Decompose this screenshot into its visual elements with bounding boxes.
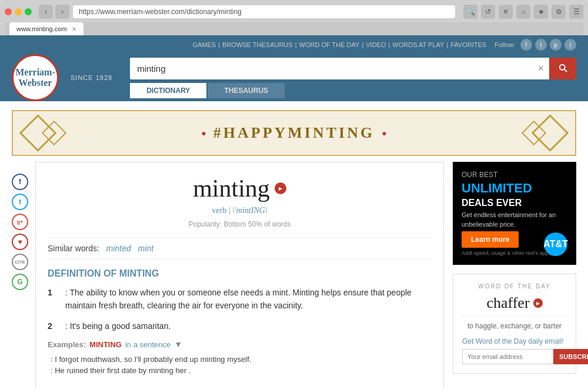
definition-item-2: 2 : It's being a good samaritan. — [48, 320, 432, 333]
def-text-2: : It's being a good samaritan. — [65, 320, 432, 333]
address-bar[interactable]: https://www.merriam-webster.com/dictiona… — [73, 5, 455, 18]
right-sidebar: OUR BEST UNLIMITED DEALS EVER Get endles… — [453, 162, 576, 389]
tab-label: www.minting.com — [16, 25, 67, 32]
home-button[interactable]: ⌂ — [516, 5, 530, 19]
nav-games[interactable]: GAMES — [192, 41, 216, 48]
tab-close-button[interactable]: ✕ — [72, 26, 76, 32]
chevron-down-icon: ▼ — [174, 340, 182, 349]
main-layout: f t g+ ♥ CITE G minting verb | — [0, 162, 588, 389]
def-number-2: 2 — [48, 320, 56, 333]
wotd-word: chaffer — [462, 294, 567, 312]
nav-wotd[interactable]: WORD OF THE DAY — [299, 41, 360, 48]
word-of-the-day-box: WORD OF THE DAY chaffer to haggle, excha… — [453, 274, 576, 374]
menu-button[interactable]: ☰ — [569, 5, 583, 19]
wotd-audio-button[interactable] — [533, 298, 543, 308]
example-sentence-2: : He ruined their first date by minting … — [48, 366, 432, 375]
def-title-text: Definition of — [48, 268, 116, 278]
examples-section: Examples: MINTING in a sentence ▼ : I fo… — [48, 340, 432, 375]
subscribe-button[interactable]: SUBSCRIBE — [553, 349, 588, 364]
similar-words-section: Similar words: minted mint — [48, 237, 432, 260]
similar-word-minted[interactable]: minted — [106, 244, 131, 253]
back-button[interactable]: ‹ — [39, 5, 53, 19]
wotd-definition: to haggle, exchange, or barter — [462, 315, 567, 330]
pronunciation: \'mintING\ — [232, 206, 268, 215]
definition-list: 1 : The ability to know when you or some… — [48, 286, 432, 333]
examples-link[interactable]: in a sentence — [125, 340, 171, 349]
settings-button[interactable]: ⚙ — [552, 5, 566, 19]
top-navigation: GAMES | BROWSE THESAURUS | WORD OF THE D… — [12, 39, 576, 51]
close-button[interactable]: ✕ — [499, 5, 513, 19]
wotd-email-prompt: Get Word of the Day daily email! — [462, 337, 567, 345]
email-subscribe-form: SUBSCRIBE — [462, 349, 567, 364]
audio-button[interactable] — [275, 182, 286, 194]
def-text-1: : The ability to know when you or someon… — [65, 286, 432, 312]
favorite-button[interactable]: ♥ — [12, 234, 28, 250]
nav-thesaurus[interactable]: BROWSE THESAURUS — [222, 41, 293, 48]
example-sentence-1: : I forgot mouthwash, so I'll probably e… — [48, 355, 432, 364]
nav-favorites[interactable]: FAVORITES — [450, 41, 486, 48]
word-text: minting — [193, 174, 270, 202]
nav-video[interactable]: VIDEO — [366, 41, 386, 48]
facebook-share-button[interactable]: f — [12, 174, 28, 190]
nav-words-at-play[interactable]: WORDS AT PLAY — [392, 41, 444, 48]
similar-word-mint[interactable]: mint — [138, 244, 153, 253]
examples-label: Examples: — [48, 340, 86, 349]
wotd-word-text: chaffer — [486, 294, 529, 312]
def-number-1: 1 — [48, 286, 56, 312]
pos-label: verb — [212, 206, 226, 215]
tab-dictionary[interactable]: DICTIONARY — [130, 83, 206, 98]
traffic-light-yellow — [15, 8, 22, 15]
mw-logo[interactable]: Merriam-Webster — [12, 54, 59, 101]
definition-item-1: 1 : The ability to know when you or some… — [48, 286, 432, 312]
twitter-share-button[interactable]: t — [12, 194, 28, 210]
examples-word: MINTING — [89, 340, 122, 349]
search-icon — [557, 62, 568, 73]
dictionary-card: minting verb | \'mintING\ Popularity: Bo… — [35, 162, 444, 389]
follow-label: Follow: — [495, 41, 515, 48]
since-label: SINCE 1828 — [71, 74, 112, 81]
url-text: https://www.merriam-webster.com/dictiona… — [79, 8, 449, 16]
tab-thesaurus[interactable]: THESAURUS — [208, 83, 285, 98]
search-magnifier[interactable]: 🔍 — [463, 5, 477, 19]
popularity-text: Popularity: Bottom 50% of words — [48, 220, 432, 228]
search-submit-button[interactable] — [549, 58, 576, 79]
header-tabs: DICTIONARY THESAURUS — [130, 83, 576, 98]
google-plus-button[interactable]: g+ — [12, 214, 28, 230]
word-title: minting — [48, 174, 432, 202]
logo-text: Merriam-Webster — [15, 67, 55, 88]
email-input[interactable] — [462, 349, 553, 364]
traffic-light-red — [5, 8, 12, 15]
instagram-social-icon[interactable]: i — [564, 39, 576, 51]
def-title-word: MINTING — [119, 268, 159, 278]
examples-toggle[interactable]: Examples: MINTING in a sentence ▼ — [48, 340, 432, 349]
ad-our-best: OUR BEST — [462, 171, 567, 179]
content-area: minting verb | \'mintING\ Popularity: Bo… — [35, 162, 444, 389]
ad-deals: DEALS EVER — [462, 198, 567, 208]
ad-banner[interactable]: ● #HAPPYMINTING ● — [12, 110, 576, 156]
search-section: ✕ DICTIONARY THESAURUS — [130, 58, 576, 98]
header-main: Merriam-Webster SINCE 1828 ✕ DI — [12, 54, 576, 101]
ad-unlimited: UNLIMITED — [462, 181, 567, 195]
search-clear-button[interactable]: ✕ — [533, 59, 549, 78]
ad-learn-button[interactable]: Learn more — [462, 231, 519, 248]
twitter-social-icon[interactable]: t — [535, 39, 547, 51]
traffic-light-green — [25, 8, 32, 15]
left-sidebar: f t g+ ♥ CITE G — [12, 162, 29, 389]
definition-heading: Definition of MINTING — [48, 268, 432, 279]
pinterest-social-icon[interactable]: p — [550, 39, 562, 51]
star-button[interactable]: ★ — [534, 5, 548, 19]
grammar-button[interactable]: G — [12, 274, 28, 290]
facebook-social-icon[interactable]: f — [520, 39, 532, 51]
ad-banner-text: #HAPPYMINTING — [213, 124, 375, 142]
search-bar: ✕ — [130, 58, 576, 79]
word-pos: verb | \'mintING\ — [48, 206, 432, 215]
search-input[interactable] — [130, 59, 533, 78]
forward-button[interactable]: › — [55, 5, 69, 19]
browser-tab[interactable]: www.minting.com ✕ — [9, 22, 83, 35]
wotd-label: WORD OF THE DAY — [462, 283, 567, 290]
att-logo: AT&T — [544, 232, 567, 256]
cite-button[interactable]: CITE — [12, 254, 28, 270]
advertisement-box[interactable]: OUR BEST UNLIMITED DEALS EVER Get endles… — [453, 162, 576, 265]
ad-description: Get endless entertainment for an unbelie… — [462, 211, 567, 229]
refresh-button[interactable]: ↺ — [481, 5, 495, 19]
